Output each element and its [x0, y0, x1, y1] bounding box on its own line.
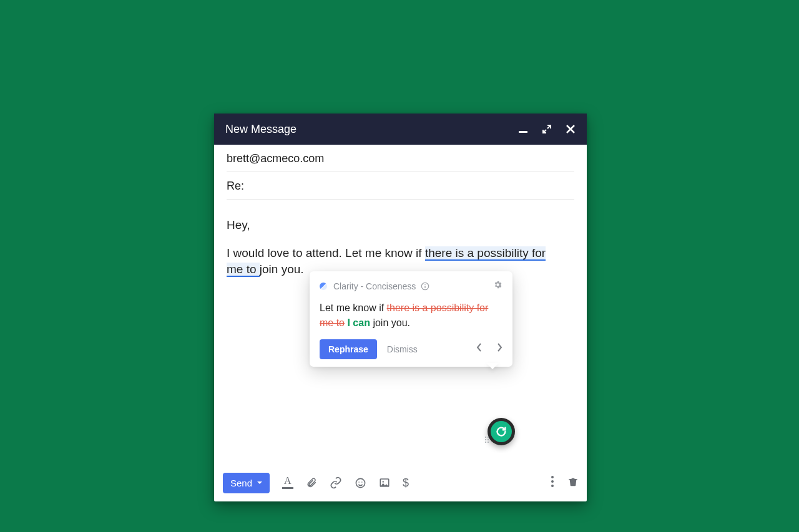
payment-icon[interactable]: $	[403, 476, 409, 490]
to-field[interactable]: brett@acmeco.com	[227, 145, 574, 172]
drag-handle-icon[interactable]	[485, 437, 490, 444]
dismiss-button[interactable]: Dismiss	[387, 344, 418, 354]
titlebar: New Message	[214, 114, 587, 145]
image-icon[interactable]	[379, 477, 390, 488]
more-options-icon[interactable]	[551, 475, 554, 490]
gear-icon[interactable]	[493, 280, 502, 293]
grammarly-icon	[491, 421, 512, 442]
suggestion-prefix: Let me know if	[320, 302, 387, 313]
toolbar-right	[551, 475, 578, 490]
send-button[interactable]: Send	[223, 473, 270, 493]
header-fields: brett@acmeco.com Re:	[214, 145, 587, 200]
suggestion-category: Clarity - Conciseness	[333, 281, 416, 293]
svg-point-9	[551, 476, 554, 478]
suggestion-nav	[476, 341, 502, 357]
message-body[interactable]: Hey, I would love to attend. Let me know…	[214, 200, 587, 464]
text-format-icon[interactable]	[282, 476, 293, 489]
svg-point-4	[356, 478, 365, 487]
grammarly-badge[interactable]	[488, 418, 515, 445]
rephrase-button[interactable]: Rephrase	[320, 339, 377, 359]
caret-down-icon	[257, 481, 262, 486]
subject-field[interactable]: Re:	[227, 172, 574, 200]
highlighted-text[interactable]: there is a possibility for	[425, 246, 546, 261]
send-label: Send	[230, 478, 252, 488]
svg-point-11	[551, 485, 554, 487]
suggestion-actions: Rephrase Dismiss	[320, 339, 502, 359]
close-icon[interactable]	[566, 124, 576, 134]
link-icon[interactable]	[330, 476, 342, 489]
info-icon[interactable]	[421, 282, 429, 291]
suggestion-text: Let me know if there is a possibility fo…	[320, 301, 502, 331]
svg-point-5	[358, 481, 360, 483]
expand-icon[interactable]	[542, 124, 552, 134]
clarity-icon	[320, 283, 327, 290]
svg-point-3	[424, 284, 426, 286]
attachment-icon[interactable]	[306, 476, 317, 489]
chevron-right-icon[interactable]	[496, 341, 502, 357]
window-controls	[518, 124, 576, 134]
svg-point-10	[551, 480, 554, 483]
minimize-icon[interactable]	[518, 124, 528, 134]
suggestion-insert: I can	[347, 317, 370, 328]
body-greeting: Hey,	[227, 217, 574, 234]
svg-point-6	[361, 481, 363, 483]
suggestion-header: Clarity - Conciseness	[320, 280, 502, 293]
compose-window: New Message brett@acmeco.com Re: Hey, I …	[214, 114, 587, 501]
trash-icon[interactable]	[568, 475, 578, 490]
compose-toolbar: Send $	[214, 464, 587, 501]
body-text-plain: join you.	[260, 263, 304, 276]
body-text-plain: I would love to attend. Let me know if	[227, 246, 425, 259]
svg-point-8	[383, 481, 384, 482]
chevron-left-icon[interactable]	[476, 341, 483, 357]
window-title: New Message	[225, 123, 518, 136]
emoji-icon[interactable]	[355, 477, 366, 489]
suggestion-card: Clarity - Conciseness Let me know if the…	[310, 271, 512, 367]
svg-rect-0	[519, 131, 527, 133]
suggestion-suffix: join you.	[370, 317, 410, 328]
svg-rect-12	[569, 479, 577, 480]
highlighted-text[interactable]: me to	[227, 263, 260, 277]
format-icons: $	[282, 476, 409, 490]
